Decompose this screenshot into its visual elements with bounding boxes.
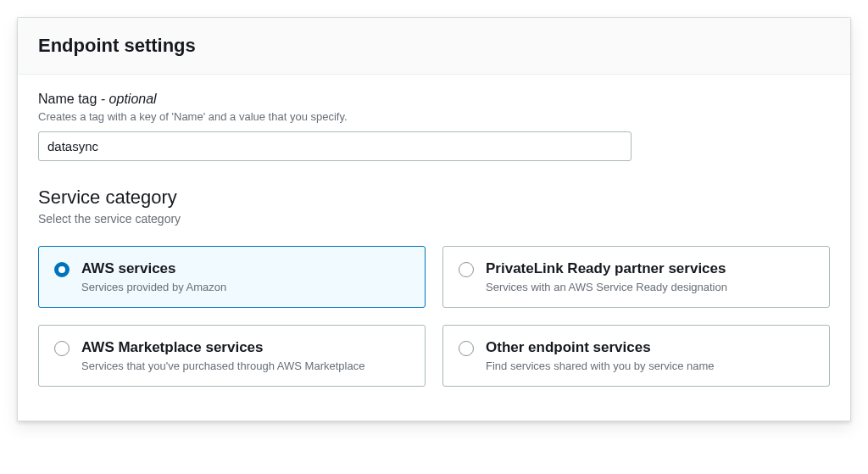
radio-icon [54, 341, 70, 356]
panel-body: Name tag - optional Creates a tag with a… [18, 75, 850, 421]
name-tag-input[interactable] [38, 131, 632, 161]
endpoint-settings-panel: Endpoint settings Name tag - optional Cr… [17, 17, 851, 421]
panel-title: Endpoint settings [38, 35, 830, 57]
radio-title: AWS services [81, 260, 409, 277]
radio-text: AWS Marketplace services Services that y… [81, 339, 409, 372]
name-tag-label-text: Name tag [38, 92, 97, 106]
radio-desc: Services that you've purchased through A… [81, 360, 409, 372]
name-tag-optional: - optional [97, 92, 156, 106]
radio-option-marketplace[interactable]: AWS Marketplace services Services that y… [38, 325, 426, 387]
radio-title: AWS Marketplace services [81, 339, 409, 356]
panel-header: Endpoint settings [18, 18, 850, 75]
radio-text: AWS services Services provided by Amazon [81, 260, 409, 293]
radio-title: PrivateLink Ready partner services [486, 260, 814, 277]
name-tag-label: Name tag - optional [38, 92, 830, 107]
radio-title: Other endpoint services [486, 339, 814, 356]
radio-desc: Find services shared with you by service… [486, 360, 814, 372]
radio-option-aws-services[interactable]: AWS services Services provided by Amazon [38, 246, 426, 308]
service-category-options: AWS services Services provided by Amazon… [38, 246, 830, 387]
radio-icon [459, 262, 474, 277]
name-tag-hint: Creates a tag with a key of 'Name' and a… [38, 110, 830, 123]
radio-text: Other endpoint services Find services sh… [486, 339, 814, 372]
radio-desc: Services with an AWS Service Ready desig… [486, 281, 814, 293]
radio-icon [54, 262, 70, 277]
radio-option-privatelink[interactable]: PrivateLink Ready partner services Servi… [442, 246, 830, 308]
radio-option-other[interactable]: Other endpoint services Find services sh… [442, 325, 830, 387]
service-category-title: Service category [38, 187, 830, 209]
radio-text: PrivateLink Ready partner services Servi… [486, 260, 814, 293]
service-category-hint: Select the service category [38, 212, 830, 226]
radio-icon [459, 341, 474, 356]
radio-desc: Services provided by Amazon [81, 281, 409, 293]
